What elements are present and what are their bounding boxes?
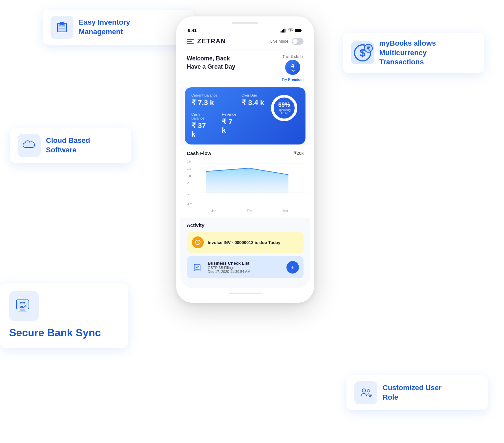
multicurrency-icon: $ ₹ [351,41,374,64]
svg-text:₹: ₹ [367,46,370,52]
operating-profit-donut: 69% Operating Profit [269,93,299,123]
cash-balance-value: ₹ 37 k [191,122,209,139]
invoice-activity-text: Invoice INV - 00000012 is due Today [208,240,281,245]
x-label-mar: Mar [268,209,304,213]
checklist-title: Business Check List [208,261,250,266]
y-label-2: 0.0 [187,174,192,178]
svg-point-17 [369,395,371,396]
status-bar: 9:41 [180,25,310,35]
bank-icon [15,297,33,315]
clock-icon-box [192,236,204,248]
header-right: Live Mode [270,38,304,45]
trial-badge: 4 Days [285,60,300,75]
logo-line-3 [187,43,194,44]
cashflow-amount: ₹20k [294,151,304,156]
app-header: ZETRAN Live Mode [180,35,310,50]
cashflow-chart-svg [197,160,308,206]
donut-label2: Profit [278,112,291,115]
logo-icon [187,39,194,44]
cloud-card-title: Cloud Based Software [46,136,112,155]
fab-plus-icon: + [291,264,295,271]
status-time: 9:41 [188,28,197,33]
feature-card-multicurrency: $ ₹ myBooks allows Multicurrency Transac… [343,33,484,73]
revenue-label: Revenue [222,112,236,116]
welcome-line1: Welcome, Back [187,55,235,63]
chart-y-labels: 0.8 0.4 0.0 -0.4 -0.8 -1.2 [187,160,192,212]
feature-card-inventory: Easy Inventory Management [43,10,194,45]
feature-card-user-role: Customized User Role [346,375,488,410]
signal-icon [281,29,286,33]
activity-item-invoice[interactable]: Invoice INV - 00000012 is due Today [187,232,304,253]
trial-days: 4 [291,63,294,69]
feature-card-cloud: Cloud Based Software [10,128,131,163]
checklist-icon [193,263,202,272]
overdue-value: ₹ 3.4 k [242,99,264,107]
svg-point-15 [367,389,370,392]
trial-days-suffix: Days [290,69,296,72]
cloud-icon-box [18,134,41,157]
user-role-card-title: Customized User Role [383,383,448,402]
svg-rect-20 [283,29,284,33]
svg-rect-5 [59,24,61,26]
current-balance-stat: Current Balance ₹ 7.3 k [191,93,236,107]
fab-add-button[interactable]: + [286,261,299,274]
logo-line-1 [187,39,194,40]
y-label-0: 0.8 [187,160,192,163]
y-label-3: -0.4 [187,182,192,188]
y-label-5: -1.2 [187,203,192,206]
welcome-section: Welcome, Back Have a Great Day Trail End… [180,50,310,87]
chart-x-labels: Jan Feb Mar [196,209,304,213]
bank-card-title: Secure Bank Sync [9,326,101,340]
svg-rect-23 [302,30,302,31]
chart-area: 0.8 0.4 0.0 -0.4 -0.8 -1.2 [187,160,304,212]
multicurrency-card-title: myBooks allows Multicurrency Transaction… [379,39,445,67]
current-balance-label: Current Balance [191,93,236,97]
x-label-jan: Jan [196,209,232,213]
phone-outer-shell: 9:41 [176,16,314,303]
donut-label1: Operating [278,108,291,112]
checklist-subtitle: GSTR 3B Filing [208,266,250,270]
cloud-icon [23,139,36,152]
donut-text: 69% Operating Profit [278,101,291,115]
app-logo: ZETRAN [187,37,226,45]
checklist-date: Dec 17, 2020 11:30:54 AM [208,270,250,274]
secondary-stats: Cash Balance ₹ 37 k Revenue ₹ 7 k [191,112,236,139]
svg-rect-18 [281,31,282,33]
activity-item-checklist[interactable]: Business Check List GSTR 3B Filing Dec 1… [187,256,304,278]
activity-section: Activity Invoice INV - 00000012 is due T… [180,218,310,288]
cashflow-title: Cash Flow [187,150,211,156]
revenue-value: ₹ 7 k [222,118,236,135]
try-premium-link[interactable]: Try Premium [282,78,304,81]
svg-rect-22 [295,29,301,32]
user-role-icon [359,386,372,399]
x-label-feb: Feb [232,209,267,213]
revenue-stat: Revenue ₹ 7 k [222,112,236,139]
donut-percent: 69% [278,101,291,108]
welcome-text: Welcome, Back Have a Great Day [187,55,235,71]
home-indicator [229,293,262,294]
trial-label: Trail Ends In [282,55,304,58]
phone-pill [232,22,258,24]
user-role-icon-box [354,381,377,404]
svg-rect-6 [62,24,65,26]
inventory-card-title: Easy Inventory Management [79,18,144,36]
svg-rect-19 [282,30,283,33]
dashboard-card: Current Balance ₹ 7.3 k Cash Balance ₹ 3… [185,87,305,144]
cashflow-header: Cash Flow ₹20k [187,150,304,156]
svg-rect-12 [20,309,25,311]
logo-line-2 [187,41,192,42]
live-mode-label: Live Mode [270,39,288,44]
bank-icon-box [9,291,39,321]
welcome-line2: Have a Great Day [187,63,235,71]
multicurrency-icon-box: $ ₹ [351,41,374,64]
cash-balance-stat: Cash Balance ₹ 37 k [191,112,209,139]
svg-rect-21 [284,29,285,33]
checklist-activity-text: Business Check List GSTR 3B Filing Dec 1… [208,261,250,274]
live-mode-toggle[interactable] [292,38,304,45]
checklist-icon-box [192,261,204,273]
status-icons [281,29,302,33]
phone-bottom-bar [180,288,310,299]
overdue-stat: Over Due ₹ 3.4 k [242,93,264,139]
y-label-4: -0.8 [187,192,192,199]
current-balance-value: ₹ 7.3 k [191,99,236,107]
